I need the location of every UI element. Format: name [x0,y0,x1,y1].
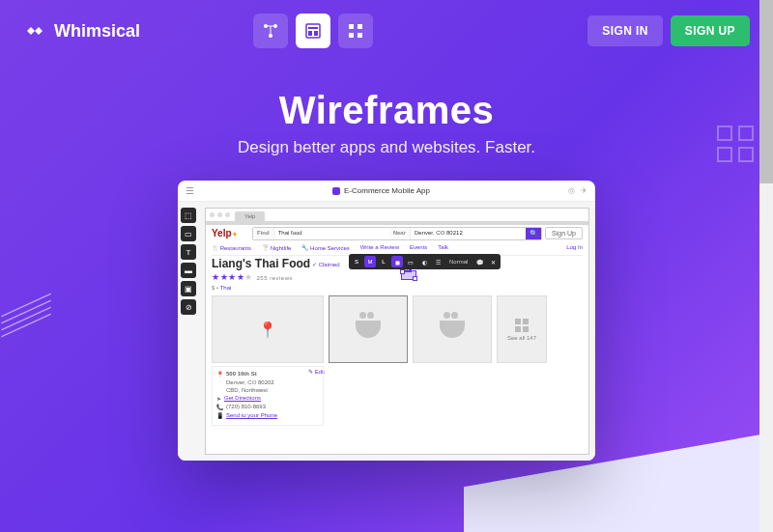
mobile-icon: 📱 [216,412,223,419]
grid-icon [515,319,529,332]
svg-rect-5 [308,31,312,36]
tab-flowcharts[interactable] [253,14,288,48]
review-count: 255 reviews [257,275,294,281]
window-controls [210,212,230,217]
logo[interactable]: Whimsical [23,19,140,42]
svg-rect-8 [358,24,362,29]
photo-card[interactable] [413,295,492,363]
photo-card-selected[interactable] [329,295,408,363]
logo-text: Whimsical [54,21,140,42]
address-line1: 500 16th St [226,371,257,378]
see-all-card[interactable]: See all 147 [497,295,547,363]
style-normal[interactable]: Normal [445,256,472,267]
find-label: Find [253,228,274,239]
search-bar: Find Thai food Near Denver, CO 80212 🔍 [252,227,542,240]
editor-titlebar: ☰ E-Commerce Mobile App ◎ ✈ [178,181,595,202]
wireframe-window: Yelp Yelp✦ Find Thai food Near Denver, C… [205,208,589,455]
tool-button[interactable]: ▬ [181,263,196,278]
tool-frame[interactable]: ⬚ [181,208,196,223]
tool-rectangle[interactable]: ▭ [181,226,196,241]
close-icon[interactable]: ✕ [487,256,499,267]
fill-color[interactable]: ◼ [391,256,403,267]
editor-actions: ◎ ✈ [568,186,587,195]
site-header: Whimsical SIGN IN SIGN UP [0,0,773,62]
svg-rect-10 [358,33,362,38]
background-lines [6,299,46,331]
signin-button[interactable]: SIGN IN [587,15,662,46]
svg-rect-4 [308,27,318,29]
doc-type-icon [332,187,340,195]
auth-buttons: SIGN IN SIGN UP [587,15,750,46]
photo-grid: 📍 See all 147 [212,295,583,363]
price-category: $ • Thai [212,285,231,291]
menu-icon[interactable]: ☰ [186,185,194,196]
browser-tab[interactable]: Yelp [235,211,265,221]
size-s[interactable]: S [351,256,362,267]
menu-nightlife[interactable]: 🍸 Nightlife [262,244,291,251]
url-bar [206,221,588,225]
editor-preview: ☰ E-Commerce Mobile App ◎ ✈ ⬚ ▭ T ▬ ▣ ⊘ … [178,181,595,461]
category-link[interactable]: Thai [220,285,232,291]
editor-title: E-Commerce Mobile App [332,186,430,195]
menu-talk[interactable]: Talk [438,244,448,251]
hero-title: Wireframes [0,89,773,132]
size-m[interactable]: M [364,256,376,267]
business-info: 📍500 16th St Denver, CO 80202 CBD, North… [212,366,324,426]
svg-rect-7 [349,24,354,29]
send-phone-link[interactable]: Send to your Phone [226,412,277,419]
menu-review[interactable]: Write a Review [360,244,399,251]
editor-body: ⬚ ▭ T ▬ ▣ ⊘ Yelp Yelp✦ Find Thai food Ne… [178,202,595,461]
find-input[interactable]: Thai food [274,228,389,239]
hero-section: Wireframes Design better apps and websit… [0,89,773,157]
near-label: Near [389,228,411,239]
pin-icon: 📍 [258,321,277,339]
business-name: Liang's Thai Food [212,257,310,270]
address-line3: CBD, Northwest [226,387,268,393]
menu-home[interactable]: 🔧 Home Services [301,244,349,251]
address-line2: Denver, CO 80202 [226,379,274,385]
tab-wireframes[interactable] [296,14,330,48]
tab-sticky-notes[interactable] [338,14,373,48]
svg-rect-6 [314,31,318,36]
claimed-badge: ✓ Claimed [312,261,340,267]
search-button[interactable]: 🔍 [526,228,541,239]
tool-image[interactable]: ▣ [181,281,196,296]
login-link[interactable]: Log In [566,244,583,251]
phone-number: (720) 810-8693 [226,404,266,410]
rating-stars: ★★★★★255 reviews [212,272,293,282]
left-toolbar: ⬚ ▭ T ▬ ▣ ⊘ [178,202,199,461]
directions-link[interactable]: Get Directions [224,395,261,402]
signup-button[interactable]: SIGN UP [671,15,750,46]
align[interactable]: ☰ [432,256,444,267]
bowl-icon [440,321,465,338]
size-l[interactable]: L [378,256,389,267]
menu-restaurants[interactable]: 🍴 Restaurants [212,244,251,251]
share-icon[interactable]: ✈ [581,186,587,195]
phone-icon: 📞 [216,404,223,410]
signup-link[interactable]: Sign Up [545,227,583,239]
pin-icon: 📍 [216,371,223,378]
svg-rect-9 [349,33,354,38]
menu-events[interactable]: Events [410,244,427,251]
tool-text[interactable]: T [181,244,196,260]
product-tabs [253,14,373,48]
map-card[interactable]: 📍 [212,295,324,363]
tool-link[interactable]: ⊘ [181,299,196,315]
hero-subtitle: Design better apps and websites. Faster. [0,138,773,157]
present-icon[interactable]: ◎ [568,186,575,195]
site-brand[interactable]: Yelp✦ [212,228,238,238]
comment-icon[interactable]: 💬 [473,256,485,267]
bowl-icon [356,321,381,338]
directions-icon: ➤ [216,395,221,402]
near-input[interactable]: Denver, CO 80212 [411,228,526,239]
logo-icon [23,19,46,42]
canvas[interactable]: Yelp Yelp✦ Find Thai food Near Denver, C… [199,202,595,461]
opacity[interactable]: ◐ [418,256,430,267]
selection-box[interactable] [401,270,416,280]
border-style[interactable]: ▭ [405,256,416,267]
floating-toolbar: S M L ◼ ▭ ◐ ☰ Normal 💬 ✕ [349,254,501,269]
